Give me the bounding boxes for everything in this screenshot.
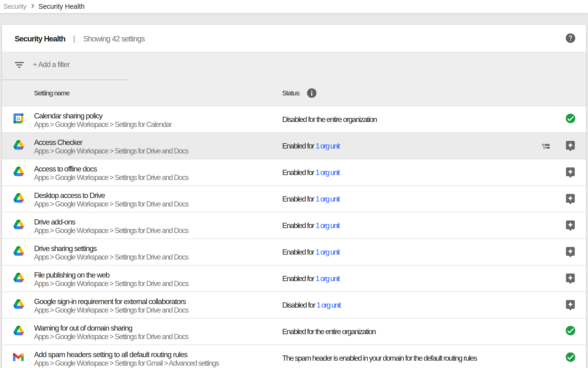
svg-text:31: 31 bbox=[17, 117, 20, 120]
